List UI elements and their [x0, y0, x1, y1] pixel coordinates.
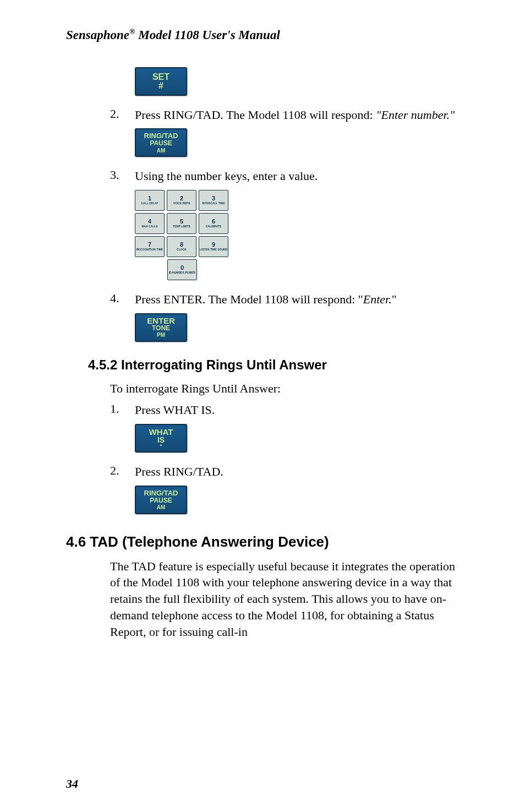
- step-4-num: 4.: [110, 291, 135, 308]
- step-4: 4. Press ENTER. The Model 1108 will resp…: [110, 291, 464, 308]
- section-452-content: To interrogate Rings Until Answer: 1. Pr…: [110, 380, 464, 514]
- key-8: 8CLOCK: [167, 236, 196, 257]
- enter-line1: ENTER: [147, 317, 175, 325]
- ring-tad-2-line1: RING/TAD: [144, 489, 178, 497]
- set-button-image: SET #: [135, 67, 464, 96]
- ring-tad-button-2: RING/TAD PAUSE AM: [135, 486, 187, 514]
- step-2-text: Press RING/TAD. The Model 1108 will resp…: [135, 107, 464, 123]
- what-is-line1: WHAT: [149, 428, 173, 436]
- step-452-1: 1. Press WHAT IS.: [110, 402, 464, 418]
- keypad-row-2: 4MAX CALLS 5TEMP LIMITS 6CALIBRATE: [135, 213, 464, 234]
- step-4-italic: Enter.: [363, 292, 392, 306]
- ring-tad-2-line2: PAUSE: [150, 497, 172, 504]
- keypad-row-4: 0ID NUMBER POWER: [135, 259, 229, 280]
- step-452-2-num: 2.: [110, 464, 135, 480]
- ring-tad-line2: PAUSE: [150, 140, 172, 147]
- step-4-text: Press ENTER. The Model 1108 will respond…: [135, 291, 464, 308]
- keypad-row-1: 1CALL DELAY 2VOICE REPS 3INTERCALL TIME: [135, 190, 464, 211]
- key-5: 5TEMP LIMITS: [167, 213, 196, 234]
- section-452-intro: To interrogate Rings Until Answer:: [110, 380, 464, 397]
- key-4: 4MAX CALLS: [135, 213, 165, 234]
- enter-line3: PM: [157, 332, 165, 338]
- what-is-line2: IS: [157, 436, 165, 444]
- main-content: SET # 2. Press RING/TAD. The Model 1108 …: [110, 67, 464, 342]
- key-1: 1CALL DELAY: [135, 190, 165, 211]
- what-is-button-image: WHAT IS *: [135, 424, 464, 453]
- step-2-pre: Press RING/TAD. The Model 1108 will resp…: [135, 108, 376, 122]
- step-2-italic: "Enter number.": [376, 108, 455, 122]
- ring-tad-line1: RING/TAD: [144, 132, 178, 140]
- step-3-num: 3.: [110, 168, 135, 184]
- step-4-pre: Press ENTER. The Model 1108 will respond…: [135, 292, 363, 306]
- ring-tad-2-line3: AM: [157, 504, 166, 510]
- set-button-hash: #: [158, 81, 163, 90]
- ring-tad-button: RING/TAD PAUSE AM: [135, 128, 187, 157]
- section-46-content: The TAD feature is especially useful bec…: [110, 558, 464, 640]
- ring-tad-button-image-1: RING/TAD PAUSE AM: [135, 128, 464, 157]
- step-452-1-text: Press WHAT IS.: [135, 402, 464, 418]
- set-button-label: SET: [152, 73, 169, 81]
- keypad-row-3: 7RECOGNITION TIME 8CLOCK 9LISTEN TIME SO…: [135, 236, 464, 257]
- enter-line2: TONE: [152, 325, 170, 332]
- step-3: 3. Using the number keys, enter a value.: [110, 168, 464, 184]
- what-is-line3: *: [160, 444, 162, 449]
- step-2-num: 2.: [110, 107, 135, 123]
- ring-tad-button-image-2: RING/TAD PAUSE AM: [135, 486, 464, 514]
- ring-tad-line3: AM: [157, 148, 166, 154]
- section-46-heading: 4.6 TAD (Telephone Answering Device): [66, 533, 464, 551]
- enter-button-image: ENTER TONE PM: [135, 313, 464, 342]
- step-452-1-num: 1.: [110, 402, 135, 418]
- key-6: 6CALIBRATE: [199, 213, 228, 234]
- registered-mark: ®: [129, 28, 135, 36]
- step-2: 2. Press RING/TAD. The Model 1108 will r…: [110, 107, 464, 123]
- key-3: 3INTERCALL TIME: [199, 190, 228, 211]
- page-number: 34: [66, 777, 78, 791]
- key-9: 9LISTEN TIME SOUND: [199, 236, 228, 257]
- set-button: SET #: [135, 67, 187, 96]
- section-452-heading: 4.5.2 Interrogating Rings Until Answer: [88, 357, 464, 373]
- number-keypad: 1CALL DELAY 2VOICE REPS 3INTERCALL TIME …: [135, 190, 464, 280]
- step-452-2-text: Press RING/TAD.: [135, 464, 464, 480]
- key-7: 7RECOGNITION TIME: [135, 236, 165, 257]
- step-452-2: 2. Press RING/TAD.: [110, 464, 464, 480]
- header-suffix: Model 1108 User's Manual: [135, 28, 280, 42]
- page-header: Sensaphone® Model 1108 User's Manual: [66, 28, 464, 42]
- header-prefix: Sensaphone: [66, 28, 129, 42]
- step-3-text: Using the number keys, enter a value.: [135, 168, 464, 184]
- step-4-post: ": [392, 292, 397, 306]
- section-46-body: The TAD feature is especially useful bec…: [110, 558, 464, 640]
- key-2: 2VOICE REPS: [167, 190, 196, 211]
- key-0: 0ID NUMBER POWER: [167, 259, 197, 280]
- what-is-button: WHAT IS *: [135, 424, 187, 453]
- enter-button: ENTER TONE PM: [135, 313, 187, 342]
